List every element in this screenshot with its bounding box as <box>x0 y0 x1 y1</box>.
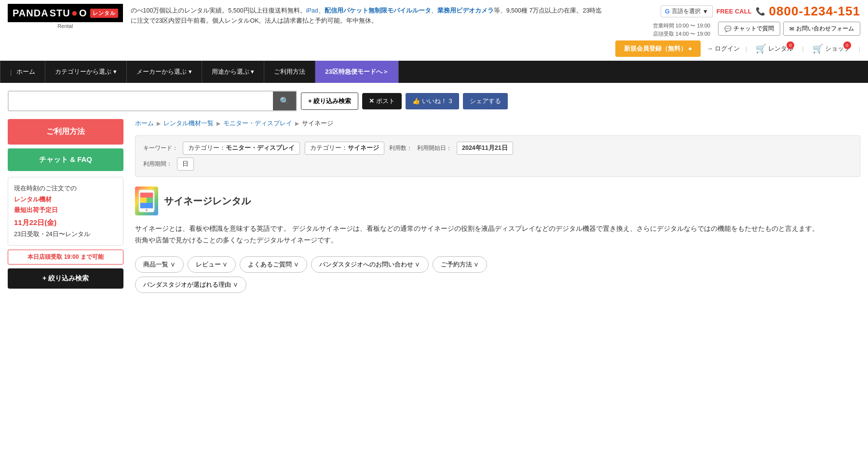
google-translate-btn[interactable]: G 言語を選択 ▼ <box>661 5 713 17</box>
nav-item-express[interactable]: 23区特急便モードへ＞ <box>315 61 398 83</box>
date-label: 利用開始日： <box>417 144 452 152</box>
faq-button[interactable]: よくあるご質問 ∨ <box>240 256 307 273</box>
review-button[interactable]: レビュー ∨ <box>188 256 236 273</box>
mail-icon: ✉ <box>789 26 794 32</box>
shop-badge: 0 <box>843 41 851 49</box>
google-g-icon: G <box>665 8 670 15</box>
logo-stu: STU <box>50 8 70 19</box>
nav-item-usage[interactable]: 用途から選ぶ ▾ <box>202 61 265 83</box>
date-value: 2024年11月21日 <box>462 145 508 151</box>
period-label: 利用期間： <box>143 160 172 168</box>
breadcrumb-current: サイネージ <box>302 119 333 128</box>
period-value: 日 <box>182 160 189 167</box>
divider3: | <box>859 45 860 53</box>
breadcrumb-category[interactable]: モニター・ディスプレイ <box>223 119 292 128</box>
breadcrumb-sep2: ▶ <box>217 120 220 127</box>
like-label: いいね！ 3 <box>422 97 452 105</box>
contact-buttons: 💬 チャットで質問 ✉ お問い合わせフォーム <box>718 22 860 36</box>
description: サイネージとは、看板や標識を意味する英語です。 デジタルサイネージは、看板などの… <box>135 223 860 247</box>
search-bar: 🔍 + 絞り込み検索 ✕ ポスト 👍 いいね！ 3 シェアする <box>0 83 868 119</box>
reasons-label: バンダスタジオが選ばれる理由 ∨ <box>143 280 238 289</box>
top-row: G 言語を選択 ▼ FREE CALL 📞 0800-1234-151 <box>661 4 860 19</box>
nav-item-category[interactable]: カテゴリーから選ぶ ▾ <box>45 61 127 83</box>
info-sub: 23日受取・24日〜レンタル <box>14 229 117 240</box>
inquiry-button[interactable]: ✉ お問い合わせフォーム <box>783 22 860 36</box>
pickup-notice: 本日店頭受取 19:00 まで可能 <box>8 250 123 265</box>
reservation-button[interactable]: ご予約方法 ∨ <box>433 256 488 273</box>
login-button[interactable]: → ログイン <box>706 44 740 53</box>
logo-area: PANDA STU ● O レンタル Rental <box>8 4 123 29</box>
usage-button[interactable]: ご利用方法 <box>8 119 123 145</box>
narrow-sidebar-button[interactable]: + 絞り込み検索 <box>8 268 123 289</box>
share-button[interactable]: シェアする <box>463 93 508 109</box>
category2-label: カテゴリー： <box>310 145 348 151</box>
info-date: 11月22日(金) <box>14 216 117 229</box>
logo-rental-badge: レンタル <box>90 9 118 18</box>
logo[interactable]: PANDA STU ● O レンタル <box>8 4 123 22</box>
info-date-label: 最短出荷予定日 <box>14 205 117 216</box>
svg-rect-3 <box>140 198 147 203</box>
phone-icon: 📞 <box>756 7 765 16</box>
category1-tag: カテゴリー：モニター・ディスプレイ <box>183 142 300 155</box>
svg-rect-2 <box>140 193 153 198</box>
sidebar: ご利用方法 チャット & FAQ 現在時刻のご注文での レンタル機材 最短出荷予… <box>8 119 123 293</box>
search-input-wrap: 🔍 <box>8 91 297 111</box>
svg-rect-4 <box>147 198 153 203</box>
products-list-button[interactable]: 商品一覧 ∨ <box>135 256 184 273</box>
search-input[interactable] <box>9 93 273 110</box>
like-button[interactable]: 👍 いいね！ 3 <box>406 93 459 109</box>
filter-row1: キーワード： カテゴリー：モニター・ディスプレイ カテゴリー：サイネージ 利用数… <box>143 142 852 155</box>
nav-item-home[interactable]: | ホーム <box>0 61 45 83</box>
nav-item-maker[interactable]: メーカーから選ぶ ▾ <box>127 61 202 83</box>
breadcrumb-list[interactable]: レンタル機材一覧 <box>163 119 214 128</box>
hours-2: 店頭受取 14:00 〜 19:00 <box>653 30 710 38</box>
chat-faq-button[interactable]: チャット & FAQ <box>8 148 123 171</box>
pipe-sep: | <box>10 68 12 76</box>
reasons-button[interactable]: バンダスタジオが選ばれる理由 ∨ <box>135 277 246 293</box>
search-button[interactable]: 🔍 <box>273 92 296 110</box>
filter-row2: 利用期間： 日 <box>143 158 852 171</box>
review-label: レビュー ∨ <box>196 260 228 269</box>
logo-o: O <box>79 8 87 19</box>
filter-area: キーワード： カテゴリー：モニター・ディスプレイ カテゴリー：サイネージ 利用数… <box>135 135 860 177</box>
business-hours: 営業時間 10:00 〜 19:00 店頭受取 14:00 〜 19:00 <box>653 22 710 38</box>
post-label: ポスト <box>376 97 395 106</box>
breadcrumb: ホーム ▶ レンタル機材一覧 ▶ モニター・ディスプレイ ▶ サイネージ <box>135 119 860 128</box>
x-icon: ✕ <box>369 97 374 105</box>
products-list-label: 商品一覧 ∨ <box>143 260 176 269</box>
register-button[interactable]: 新規会員登録（無料） ● <box>615 40 701 57</box>
chat-button[interactable]: 💬 チャットで質問 <box>718 22 780 36</box>
narrow-search-button[interactable]: + 絞り込み検索 <box>301 93 358 110</box>
category1-value: モニター・ディスプレイ <box>226 145 295 151</box>
category-section: サイネージレンタル <box>135 186 860 215</box>
thumbs-up-icon: 👍 <box>412 97 420 105</box>
contact-label: バンダスタジオへのお問い合わせ ∨ <box>319 260 420 269</box>
category-icon-img <box>135 186 158 215</box>
usage-label: 利用数： <box>389 144 412 152</box>
cart-icon: 🛒 <box>756 43 766 54</box>
hours-1: 営業時間 10:00 〜 19:00 <box>653 22 710 30</box>
rental-cart[interactable]: 🛒 0 レンタル <box>756 43 793 54</box>
free-call-label: FREE CALL <box>717 8 752 15</box>
chat-icon: 💬 <box>724 26 732 32</box>
link-packet[interactable]: 配信用パケット無制限モバイルルータ <box>325 7 431 14</box>
info-title: 現在時刻のご注文での <box>14 183 117 194</box>
post-button[interactable]: ✕ ポスト <box>362 93 402 109</box>
translate-label: 言語を選択 <box>672 7 701 15</box>
action-buttons-row2: バンダスタジオが選ばれる理由 ∨ <box>135 277 860 293</box>
shop-cart[interactable]: 🛒 0 ショップ <box>813 43 850 54</box>
category-title: サイネージレンタル <box>164 195 251 208</box>
phone-number: 0800-1234-151 <box>769 4 860 19</box>
breadcrumb-home[interactable]: ホーム <box>135 119 154 128</box>
contact-button[interactable]: バンダスタジオへのお問い合わせ ∨ <box>311 256 429 273</box>
main-layout: ご利用方法 チャット & FAQ 現在時刻のご注文での レンタル機材 最短出荷予… <box>0 119 868 293</box>
link-ipad[interactable]: iPad <box>306 7 318 14</box>
header-description: のべ100万個以上のレンタル実績。5,500円以上往復送料無料。iPad、配信用… <box>131 4 608 27</box>
info-item: レンタル機材 <box>14 194 117 205</box>
faq-label: よくあるご質問 ∨ <box>248 260 299 269</box>
category-icon <box>135 186 158 215</box>
nav-item-howto[interactable]: ご利用方法 <box>264 61 315 83</box>
link-video[interactable]: 業務用ビデオカメラ <box>437 7 494 14</box>
reservation-label: ご予約方法 ∨ <box>441 260 479 269</box>
category1-label: カテゴリー： <box>188 145 226 151</box>
